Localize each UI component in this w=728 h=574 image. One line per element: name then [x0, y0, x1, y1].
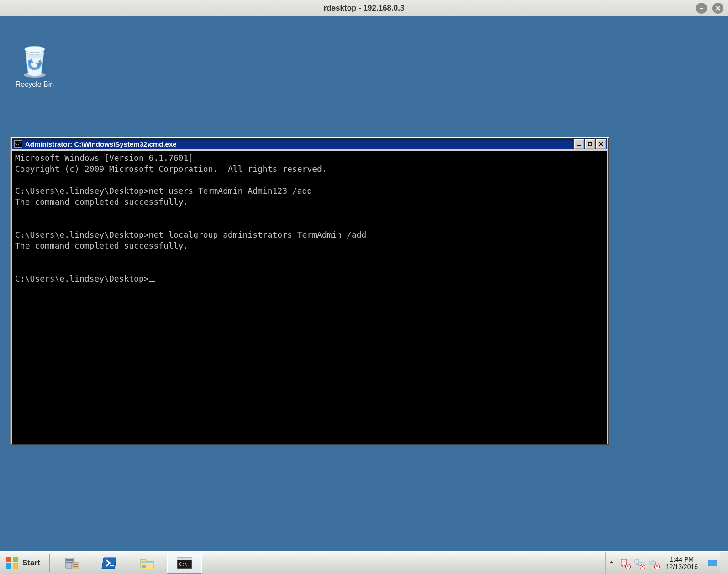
host-close-button[interactable]: [712, 3, 723, 14]
svg-rect-7: [6, 557, 11, 562]
svg-rect-4: [577, 145, 581, 146]
cmd-maximize-button[interactable]: [585, 139, 595, 149]
host-titlebar: rdesktop - 192.168.0.3: [0, 0, 728, 16]
cmd-window-controls: [573, 139, 606, 149]
host-title: rdesktop - 192.168.0.3: [0, 4, 728, 13]
taskbar-item-server-manager[interactable]: [54, 553, 90, 574]
svg-rect-8: [13, 557, 18, 562]
recycle-bin-glyph: [19, 42, 50, 79]
cmd-app-icon: C:\: [14, 140, 22, 148]
windows-orb-icon: [5, 556, 20, 570]
windows-taskbar: Start: [0, 551, 728, 574]
tray-clock[interactable]: 1:44 PM 12/13/2016: [663, 556, 701, 570]
server-manager-icon: [63, 555, 81, 571]
tray-show-hidden-icons[interactable]: [608, 559, 615, 567]
tray-time: 1:44 PM: [666, 556, 698, 563]
taskbar-divider: [49, 554, 52, 572]
show-desktop-button[interactable]: [720, 552, 728, 574]
cmd-output: Microsoft Windows [Version 6.1.7601] Cop…: [15, 153, 604, 284]
svg-rect-23: [635, 560, 639, 563]
svg-rect-18: [140, 561, 154, 563]
host-minimize-button[interactable]: [696, 3, 707, 14]
svg-rect-6: [588, 142, 592, 143]
svg-rect-10: [13, 563, 18, 569]
host-window-controls: [696, 3, 723, 14]
taskbar-item-cmd[interactable]: C:\_: [167, 553, 202, 574]
cmd-terminal-body[interactable]: Microsoft Windows [Version 6.1.7601] Cop…: [12, 151, 607, 444]
cmd-close-button[interactable]: [596, 139, 606, 149]
tray-desktop-peek-icon: [708, 560, 717, 566]
cmd-title: Administrator: C:\Windows\System32\cmd.e…: [25, 140, 570, 148]
start-button[interactable]: Start: [2, 553, 46, 573]
svg-point-3: [25, 46, 45, 53]
remote-desktop-area: Recycle Bin C:\ Administrator: C:\Window…: [0, 16, 728, 574]
svg-rect-9: [6, 563, 11, 569]
cmd-minimize-button[interactable]: [574, 139, 584, 149]
svg-rect-16: [73, 566, 78, 567]
recycle-bin-icon[interactable]: Recycle Bin: [8, 42, 61, 89]
tray-action-center-icon[interactable]: [619, 558, 629, 568]
svg-rect-17: [110, 565, 114, 566]
start-label: Start: [22, 558, 40, 568]
tray-volume-icon[interactable]: [649, 558, 659, 568]
system-tray: 1:44 PM 12/13/2016: [605, 552, 720, 574]
explorer-icon: [138, 555, 156, 571]
recycle-bin-label: Recycle Bin: [8, 80, 61, 89]
svg-text:C:\_: C:\_: [179, 562, 190, 567]
powershell-icon: [101, 555, 118, 571]
cmd-icon: C:\_: [176, 555, 193, 571]
svg-rect-0: [700, 8, 703, 9]
svg-rect-19: [142, 565, 146, 568]
cmd-window[interactable]: C:\ Administrator: C:\Windows\System32\c…: [10, 137, 609, 445]
taskbar-item-explorer[interactable]: [129, 553, 165, 574]
svg-rect-14: [72, 563, 79, 569]
svg-rect-12: [66, 559, 73, 561]
svg-rect-21: [177, 558, 192, 560]
windows-desktop[interactable]: Recycle Bin C:\ Administrator: C:\Window…: [0, 16, 728, 553]
tray-network-icon[interactable]: [634, 558, 644, 568]
tray-date: 12/13/2016: [666, 563, 698, 570]
taskbar-item-powershell[interactable]: [92, 553, 127, 574]
cmd-titlebar[interactable]: C:\ Administrator: C:\Windows\System32\c…: [12, 138, 607, 149]
svg-rect-15: [73, 564, 78, 565]
